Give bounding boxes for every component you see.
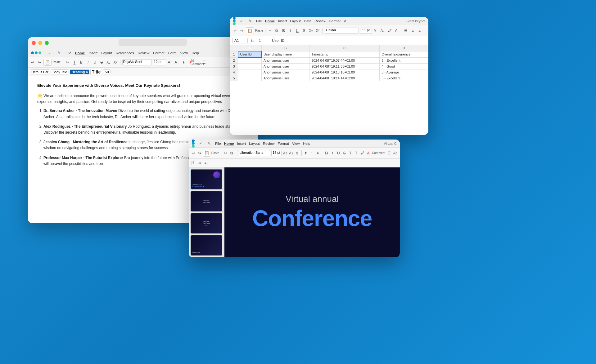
calc-align-right-icon[interactable]: ≡ — [417, 28, 422, 33]
redo-icon[interactable]: ↪ — [37, 60, 42, 65]
calc-underline-icon[interactable]: U — [295, 28, 300, 33]
cell-d3[interactable]: 4 - Good — [380, 63, 428, 69]
cell-a5[interactable] — [238, 75, 262, 81]
bold-icon[interactable]: B — [79, 60, 84, 65]
impress-edit-icon[interactable]: ✎ — [206, 141, 212, 146]
col-d-header[interactable]: D — [380, 45, 428, 51]
undo-icon[interactable]: ↩ — [30, 60, 35, 65]
cell-c1[interactable]: Timestamp — [309, 51, 380, 57]
impress-paste-button[interactable]: 📋 — [203, 150, 210, 157]
calc-font-color-icon[interactable]: A — [394, 28, 399, 33]
subscript-icon[interactable]: X₂ — [106, 60, 111, 65]
formula-equals-icon[interactable]: = — [264, 38, 270, 43]
menu-home[interactable]: Home — [75, 51, 85, 55]
impress-indent-icon[interactable]: ⇥ — [196, 160, 202, 166]
impress-align-bottom-icon[interactable]: ⬇ — [315, 150, 320, 156]
calc-paste-button[interactable]: 📋 — [246, 27, 254, 34]
calc-menu-v[interactable]: V — [344, 19, 346, 23]
impress-menu-layout[interactable]: Layout — [249, 142, 260, 145]
style-title[interactable]: Title — [90, 69, 102, 75]
cell-c2[interactable]: 2024-04-08T19:07:44+02:00 — [309, 57, 380, 63]
cell-a4[interactable] — [238, 69, 262, 75]
cell-c4[interactable]: 2024-04-08T19:13:18+02:00 — [309, 69, 380, 75]
menu-insert[interactable]: Insert — [88, 51, 97, 55]
impress-menu-help[interactable]: Help — [303, 142, 310, 145]
paste-button[interactable]: 📋 — [43, 59, 52, 66]
impress-font-shrink-icon[interactable]: A↓ — [289, 150, 293, 156]
italic-icon[interactable]: I — [85, 60, 91, 65]
menu-help[interactable]: Help — [192, 51, 199, 55]
calc-cut-icon[interactable]: ✂ — [267, 28, 273, 33]
impress-check-icon[interactable]: ✓ — [198, 141, 203, 146]
menu-file[interactable]: File — [65, 51, 71, 55]
calc-align-left-icon[interactable]: ☰ — [403, 28, 409, 33]
menu-form[interactable]: Form — [168, 51, 177, 55]
impress-outline-icon[interactable]: T̲ — [354, 150, 359, 156]
calc-bold-icon[interactable]: B — [281, 28, 287, 33]
cell-a2[interactable] — [238, 57, 262, 63]
calc-font-shrink-icon[interactable]: A↓ — [380, 28, 386, 33]
impress-font-grow-icon[interactable]: A↑ — [283, 150, 287, 156]
impress-menu-file[interactable]: File — [215, 142, 221, 145]
style-subtitle[interactable]: Su — [103, 69, 110, 74]
calc-menu-review[interactable]: Review — [314, 19, 326, 23]
cell-a3[interactable] — [238, 63, 262, 69]
search-bar[interactable] — [119, 39, 187, 46]
comment-icon[interactable]: 💬 Comment — [195, 60, 200, 65]
calc-align-center-icon[interactable]: ≡ — [410, 28, 416, 33]
calc-check-icon[interactable]: ✓ — [239, 18, 244, 24]
edit-icon[interactable]: ✎ — [56, 50, 62, 56]
check-icon[interactable]: ✓ — [47, 50, 52, 56]
col-a-header[interactable]: A — [238, 45, 262, 51]
slide-thumb-1[interactable]: Virtual annual Conference — [191, 169, 222, 189]
strikethrough-icon[interactable]: S — [99, 60, 105, 65]
calc-redo-icon[interactable]: ↪ — [239, 28, 245, 33]
menu-review[interactable]: Review — [138, 51, 150, 55]
font-family-select[interactable]: DejaVu Serif — [122, 59, 152, 65]
slide-thumb-3[interactable]: Hello & Welcome 750+ — [191, 213, 222, 233]
impress-align-top-icon[interactable]: ⬆ — [304, 150, 308, 156]
cell-d5[interactable]: 5 - Excellent — [380, 75, 428, 81]
spreadsheet-area[interactable]: A B C D 1 User ID User display name Time… — [230, 45, 428, 126]
calc-superscript-icon[interactable]: X² — [315, 28, 321, 33]
cell-b4[interactable]: Anonymous user — [261, 69, 309, 75]
impress-undo-icon[interactable]: ↩ — [191, 150, 196, 156]
superscript-icon[interactable]: X² — [113, 60, 118, 65]
calc-menu-insert[interactable]: Insert — [278, 19, 287, 23]
highlight-icon[interactable]: A̲ — [181, 60, 187, 65]
slide-thumb-2[interactable]: Hello & Welcome — [191, 191, 222, 211]
col-c-header[interactable]: C — [309, 45, 380, 51]
impress-italic-icon[interactable]: I — [330, 150, 335, 156]
style-default[interactable]: Default Par — [30, 69, 50, 74]
calc-strikethrough-icon[interactable]: S — [301, 28, 307, 33]
impress-paragraph-style[interactable]: ¶ — [191, 161, 195, 165]
slide-thumb-4[interactable]: Welcome — [191, 235, 222, 255]
font-grow-icon[interactable]: A↑ — [167, 60, 173, 65]
calc-subscript-icon[interactable]: X₂ — [308, 28, 314, 33]
impress-font-select[interactable]: Liberation Sans — [238, 150, 270, 156]
impress-align-middle-icon[interactable]: ↕ — [309, 150, 314, 156]
impress-menu-insert[interactable]: Insert — [237, 142, 246, 145]
calc-font-select[interactable]: Calibri — [325, 28, 359, 34]
calc-font-size-select[interactable]: 11 pt — [360, 28, 372, 34]
format-clear-icon[interactable]: T̲ — [72, 60, 77, 65]
calc-menu-data[interactable]: Data — [304, 19, 311, 23]
col-b-header[interactable]: B — [261, 45, 309, 51]
impress-align-left-icon[interactable]: ☰ — [386, 150, 391, 156]
impress-outdent-icon[interactable]: ⇤ — [203, 160, 209, 166]
menu-view[interactable]: View — [180, 51, 188, 55]
impress-bold-icon[interactable]: B — [324, 150, 329, 156]
maximize-button[interactable] — [45, 41, 49, 45]
calc-menu-format[interactable]: Format — [329, 19, 341, 23]
calc-menu-layout[interactable]: Layout — [290, 19, 301, 23]
impress-menu-home[interactable]: Home — [224, 142, 234, 145]
formula-fx-icon[interactable]: fx — [250, 38, 255, 43]
cell-d4[interactable]: 3 - Average — [380, 69, 428, 75]
cell-a1[interactable]: User ID — [238, 51, 262, 57]
minimize-button[interactable] — [38, 41, 42, 45]
cell-b5[interactable]: Anonymous user — [261, 75, 309, 81]
impress-strikethrough-icon[interactable]: S — [342, 150, 347, 156]
cell-b1[interactable]: User display name — [261, 51, 309, 57]
impress-cut-icon[interactable]: ✂ — [223, 150, 228, 156]
close-button[interactable] — [32, 41, 36, 45]
